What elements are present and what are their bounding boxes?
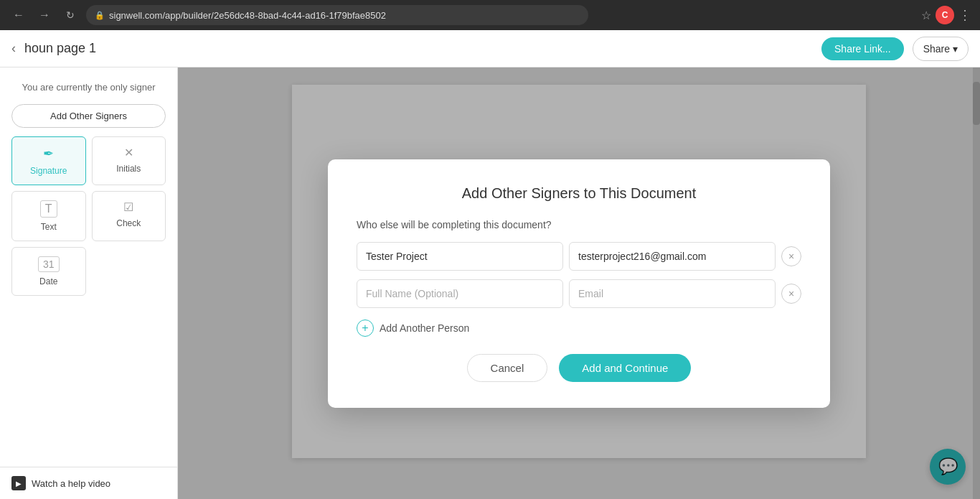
help-bar: ▶ Watch a help video	[0, 467, 178, 499]
date-icon: 31	[38, 256, 60, 272]
tool-initials[interactable]: ✕ Initials	[92, 136, 166, 185]
browser-menu-icon[interactable]: ⋮	[958, 7, 971, 23]
sidebar: You are currently the only signer Add Ot…	[0, 67, 178, 499]
signature-label: Signature	[30, 166, 67, 176]
modal-dialog: Add Other Signers to This Document Who e…	[328, 159, 830, 408]
signer2-email-input[interactable]	[569, 279, 776, 308]
initials-icon: ✕	[124, 146, 133, 159]
reload-button[interactable]: ↻	[60, 5, 80, 25]
help-video-label: Watch a help video	[32, 478, 110, 489]
tool-signature[interactable]: ✒ Signature	[11, 136, 86, 185]
signer2-remove-button[interactable]: ×	[781, 284, 801, 304]
topbar: ‹ houn page 1 Share Link... Share ▾	[0, 30, 980, 67]
browser-actions: ☆ C ⋮	[921, 6, 971, 24]
text-label: Text	[41, 222, 57, 232]
signer-row-1: ×	[357, 242, 801, 271]
add-continue-button[interactable]: Add and Continue	[559, 354, 691, 382]
check-label: Check	[116, 218, 141, 228]
play-icon: ▶	[11, 476, 26, 490]
back-nav-button[interactable]: ‹	[11, 41, 16, 56]
modal-actions: Cancel Add and Continue	[357, 354, 801, 382]
modal-subtitle: Who else will be completing this documen…	[357, 219, 801, 230]
add-another-person-row[interactable]: + Add Another Person	[357, 320, 801, 337]
lock-icon: 🔒	[95, 11, 105, 20]
signer1-remove-button[interactable]: ×	[781, 246, 801, 266]
tool-text[interactable]: T Text	[11, 191, 86, 241]
address-bar[interactable]: 🔒 signwell.com/app/builder/2e56dc48-8bad…	[86, 5, 588, 25]
url-text: signwell.com/app/builder/2e56dc48-8bad-4…	[109, 10, 580, 21]
add-person-label: Add Another Person	[380, 322, 469, 334]
browser-chrome: ← → ↻ 🔒 signwell.com/app/builder/2e56dc4…	[0, 0, 980, 30]
app: ‹ houn page 1 Share Link... Share ▾ You …	[0, 30, 980, 499]
share-dropdown-icon: ▾	[953, 43, 958, 55]
signer-info: You are currently the only signer	[11, 79, 166, 95]
share-label: Share	[923, 43, 950, 55]
signer1-email-input[interactable]	[569, 242, 776, 271]
signature-icon: ✒	[43, 146, 54, 162]
tool-date[interactable]: 31 Date	[11, 247, 86, 296]
cancel-button[interactable]: Cancel	[467, 354, 548, 382]
add-person-plus-icon: +	[357, 320, 374, 337]
tool-grid: ✒ Signature ✕ Initials T Text ☑ Check 31	[11, 136, 166, 296]
signer-row-2: ×	[357, 279, 801, 308]
share-link-button[interactable]: Share Link...	[821, 37, 904, 60]
user-avatar[interactable]: C	[936, 6, 954, 24]
main-content: You are currently the only signer Add Ot…	[0, 67, 980, 499]
modal-title: Add Other Signers to This Document	[357, 185, 801, 202]
forward-button[interactable]: →	[34, 5, 55, 25]
back-button[interactable]: ←	[9, 5, 29, 25]
watch-help-video-button[interactable]: ▶ Watch a help video	[11, 476, 110, 490]
share-button[interactable]: Share ▾	[913, 37, 969, 61]
document-area: 💬 Add Other Signers to This Document Who…	[178, 67, 980, 499]
modal-overlay: Add Other Signers to This Document Who e…	[178, 67, 980, 499]
bookmark-icon[interactable]: ☆	[921, 9, 931, 22]
signer1-name-input[interactable]	[357, 242, 563, 271]
signer2-name-input[interactable]	[357, 279, 563, 308]
page-title: houn page 1	[24, 41, 813, 56]
check-icon: ☑	[123, 200, 133, 214]
text-icon: T	[40, 200, 57, 218]
initials-label: Initials	[116, 164, 141, 174]
add-signers-button[interactable]: Add Other Signers	[11, 104, 166, 128]
date-label: Date	[39, 276, 57, 286]
tool-check[interactable]: ☑ Check	[92, 191, 166, 241]
